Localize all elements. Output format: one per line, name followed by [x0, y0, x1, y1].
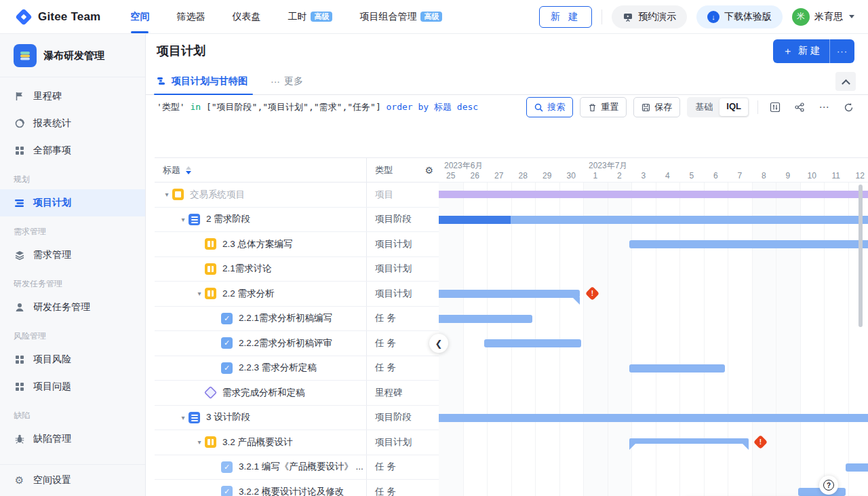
sidebar-item-报表统计[interactable]: 报表统计: [0, 110, 145, 137]
row-title-cell: ▾3.2 产品概要设计: [155, 430, 366, 455]
workspace-header[interactable]: 瀑布研发管理: [0, 34, 145, 77]
download-button[interactable]: ↓ 下载体验版: [696, 5, 783, 28]
save-button[interactable]: 保存: [633, 97, 680, 117]
task-icon: [221, 362, 233, 374]
sidebar-item-里程碑[interactable]: 里程碑: [0, 83, 145, 110]
overdue-warning-icon[interactable]: !: [753, 435, 768, 449]
sidebar-item-研发任务管理[interactable]: 研发任务管理: [0, 294, 145, 321]
mode-basic[interactable]: 基础: [688, 98, 719, 116]
tab-more[interactable]: ··· 更多: [271, 68, 303, 94]
user-menu[interactable]: 米 米育思: [792, 8, 854, 26]
navbar-new-button[interactable]: 新 建: [539, 6, 592, 28]
day-label: 27: [487, 171, 511, 180]
gitee-logo-icon: [15, 8, 33, 26]
gantt-bar[interactable]: [439, 191, 868, 198]
new-item-more-button[interactable]: ···: [829, 39, 854, 63]
grid-line: [631, 183, 632, 496]
sidebar-item-项目计划[interactable]: 项目计划: [0, 189, 145, 216]
nav-item-filters[interactable]: 筛选器: [165, 0, 216, 33]
brand[interactable]: Gitee Team: [0, 8, 119, 26]
help-button[interactable]: ?: [819, 476, 838, 495]
sort-desc-icon[interactable]: [186, 171, 191, 174]
sidebar-item-缺陷管理[interactable]: 缺陷管理: [0, 425, 145, 453]
search-button[interactable]: 搜索: [526, 97, 573, 117]
table-row[interactable]: ▾3 设计阶段项目阶段: [155, 406, 439, 431]
overdue-warning-icon[interactable]: !: [585, 286, 599, 301]
table-row[interactable]: 2.1需求讨论项目计划: [155, 257, 439, 282]
sidebar-item-项目问题[interactable]: 项目问题: [0, 373, 145, 400]
expand-caret-icon[interactable]: ▾: [178, 216, 189, 223]
gantt-bar[interactable]: [439, 315, 532, 323]
expand-caret-icon[interactable]: ▾: [161, 191, 172, 198]
table-row[interactable]: 3.2.2 概要设计讨论及修改任 务: [155, 480, 439, 496]
grid-line: [463, 183, 464, 496]
expand-caret-icon[interactable]: ▾: [178, 414, 189, 421]
gantt-bar[interactable]: [629, 364, 725, 373]
table-row[interactable]: 2.3 总体方案编写项目计划: [155, 232, 439, 257]
more-actions-button[interactable]: ⋯: [815, 99, 833, 115]
expand-caret-icon[interactable]: ▾: [194, 438, 205, 446]
column-header-title[interactable]: 标题: [155, 164, 366, 176]
collapse-filter-button[interactable]: [835, 72, 856, 91]
row-type: 项目计划: [375, 436, 412, 449]
nav-item-portfolio[interactable]: 项目组合管理高级: [349, 0, 453, 33]
nav-item-dashboard[interactable]: 仪表盘: [221, 0, 271, 33]
table-row[interactable]: 需求完成分析和定稿里程碑: [155, 381, 439, 406]
gantt-bar[interactable]: [439, 290, 580, 298]
row-title: 交易系统项目: [190, 189, 245, 201]
table-row[interactable]: 3.2.1 编写《产品概要设计》 ...任 务: [155, 455, 439, 480]
sidebar-item-label: 研发任务管理: [33, 301, 90, 313]
gantt-bar[interactable]: [846, 463, 868, 472]
tab-plan-gantt[interactable]: 项目计划与甘特图: [157, 68, 248, 94]
column-header-type[interactable]: 类型 ⚙: [366, 158, 439, 182]
gantt-bar[interactable]: [439, 216, 868, 224]
table-row[interactable]: ▾3.2 产品概要设计项目计划: [155, 430, 439, 455]
weekend-shade: [608, 183, 632, 496]
nav-item-space[interactable]: 空间: [119, 0, 160, 33]
column-settings-button[interactable]: [766, 99, 784, 115]
plan-panel: 标题 类型 ⚙ ▾交易系统项目项目▾2 需求阶段项目阶段2.3 总体方案编写项目…: [146, 153, 868, 496]
nav-item-worktime[interactable]: 工时高级: [277, 0, 343, 33]
page-title: 项目计划: [157, 43, 205, 59]
demo-button[interactable]: 预约演示: [612, 5, 687, 28]
sort-control[interactable]: [186, 166, 191, 174]
grid-line: [656, 183, 656, 496]
row-title-cell: 2.2.3 需求分析定稿: [155, 356, 366, 381]
gantt-bar[interactable]: [484, 339, 581, 347]
table-row[interactable]: ▾交易系统项目项目: [155, 183, 439, 208]
gantt-summary-bar[interactable]: [629, 438, 749, 444]
gantt-bar[interactable]: [629, 240, 868, 248]
tab-more-label: 更多: [284, 75, 303, 88]
table-row[interactable]: 2.2.1需求分析初稿编写任 务: [155, 307, 439, 332]
reset-button[interactable]: 重置: [580, 97, 627, 117]
sidebar-item-label: 空间设置: [33, 474, 71, 487]
column-config-gear-icon[interactable]: ⚙: [425, 165, 433, 176]
sidebar-item-需求管理[interactable]: 需求管理: [0, 242, 145, 269]
sidebar-item-space-settings[interactable]: ⚙ 空间设置: [0, 465, 145, 496]
collapse-table-handle[interactable]: ❮: [429, 334, 448, 353]
refresh-button[interactable]: [840, 99, 857, 115]
query-mode-toggle[interactable]: 基础 IQL: [687, 97, 749, 117]
row-type-cell: 项目计划: [366, 257, 439, 282]
table-row[interactable]: 2.2.3 需求分析定稿任 务: [155, 356, 439, 381]
gantt-bar[interactable]: [439, 414, 868, 422]
type-header-label: 类型: [375, 164, 393, 176]
vertical-scrollbar[interactable]: [859, 185, 863, 327]
expand-caret-icon[interactable]: ▾: [194, 290, 205, 297]
table-row[interactable]: 2.2.2需求分析初稿评审任 务: [155, 331, 439, 356]
search-button-label: 搜索: [547, 101, 565, 113]
table-row[interactable]: ▾2.2 需求分析项目计划: [155, 282, 439, 307]
row-type-cell: 任 务: [366, 455, 439, 480]
sort-asc-icon[interactable]: [186, 166, 191, 170]
sidebar-item-项目风险[interactable]: 项目风险: [0, 346, 145, 373]
share-button[interactable]: [791, 99, 808, 115]
table-row[interactable]: ▾2 需求阶段项目阶段: [155, 208, 439, 233]
row-title: 2.1需求讨论: [222, 263, 272, 275]
iql-query-input[interactable]: '类型' in ["项目阶段","项目计划","需求","任务"] order …: [157, 101, 519, 113]
sidebar-item-全部事项[interactable]: 全部事项: [0, 137, 145, 164]
new-item-button[interactable]: ＋ 新 建: [773, 39, 829, 63]
mode-iql[interactable]: IQL: [719, 98, 748, 116]
month-label: 2023年7月: [589, 160, 627, 172]
sidebar-section-label: 风险管理: [0, 321, 145, 346]
summary-cap-left: [629, 444, 635, 450]
